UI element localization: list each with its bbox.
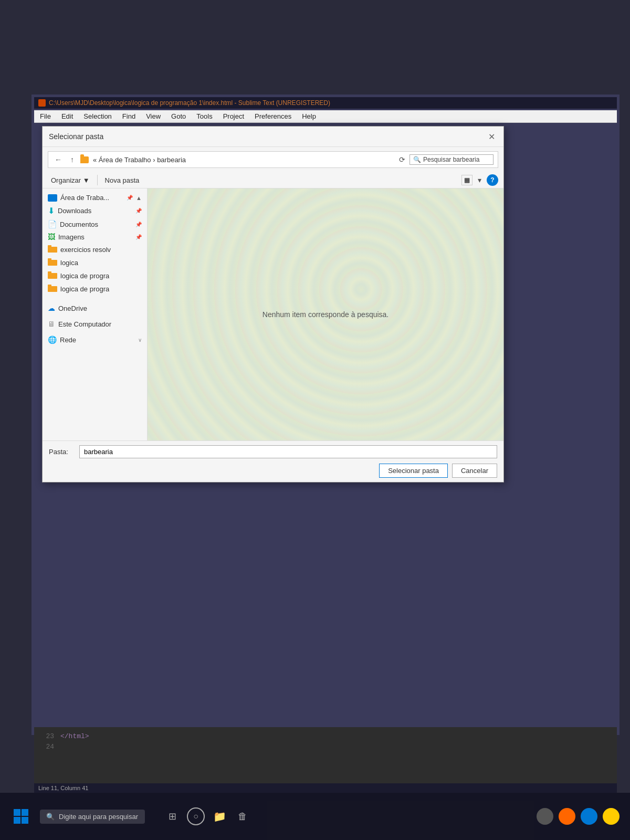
- menu-file[interactable]: File: [38, 112, 52, 121]
- file-explorer-button[interactable]: 📁: [211, 808, 228, 825]
- taskbar-circle-yellow[interactable]: [603, 808, 620, 825]
- images-icon: 🖼: [48, 233, 55, 241]
- taskbar-search[interactable]: 🔍 Digite aqui para pesquisar: [40, 810, 145, 824]
- dialog-title: Selecionar pasta: [49, 132, 103, 141]
- menu-find[interactable]: Find: [121, 112, 137, 121]
- svg-rect-2: [48, 260, 57, 266]
- sidebar-item-logica[interactable]: logica: [43, 256, 147, 269]
- back-button[interactable]: ←: [52, 154, 64, 165]
- menu-help[interactable]: Help: [300, 112, 318, 121]
- svg-rect-0: [48, 247, 57, 253]
- taskbar-circle-gray[interactable]: [537, 808, 553, 825]
- search-box: 🔍 Pesquisar barbearia: [410, 154, 494, 165]
- menu-edit[interactable]: Edit: [60, 112, 75, 121]
- sidebar-item-onedrive[interactable]: ☁ OneDrive: [43, 302, 147, 314]
- cancel-button[interactable]: Cancelar: [452, 464, 497, 478]
- folder-logica-icon: [48, 258, 57, 267]
- folder-logicaprog1-icon: [48, 271, 57, 280]
- svg-rect-4: [48, 273, 57, 279]
- task-view-button[interactable]: ⊞: [164, 808, 181, 825]
- new-folder-button[interactable]: Nova pasta: [102, 175, 143, 186]
- menu-preferences[interactable]: Preferences: [253, 112, 293, 121]
- menu-goto[interactable]: Goto: [170, 112, 187, 121]
- sort-icon: ▲: [136, 195, 142, 201]
- taskbar-icons: ⊞ ○ 📁 🗑: [164, 807, 251, 825]
- desktop-icon: [48, 194, 57, 202]
- sidebar-item-desktop[interactable]: Área de Traba... 📌 ▲: [43, 192, 147, 204]
- sidebar-item-documents[interactable]: 📄 Documentos 📌: [43, 218, 147, 230]
- menu-tools[interactable]: Tools: [195, 112, 214, 121]
- breadcrumb[interactable]: « Área de Trabalho › barbearia: [93, 156, 186, 164]
- code-line-23: </html>: [60, 731, 89, 742]
- menu-project[interactable]: Project: [222, 112, 246, 121]
- taskbar-right-area: [537, 808, 620, 825]
- taskbar-circle-orange[interactable]: [559, 808, 575, 825]
- help-button[interactable]: ?: [487, 174, 498, 186]
- pin-icon-2: 📌: [135, 208, 142, 214]
- pin-icon-4: 📌: [135, 234, 142, 240]
- sidebar-item-logica-label: logica: [60, 259, 78, 267]
- cortana-button[interactable]: ○: [187, 807, 205, 825]
- svg-rect-3: [48, 258, 51, 260]
- pin-icon: 📌: [127, 195, 133, 201]
- menu-selection[interactable]: Selection: [82, 112, 113, 121]
- code-content: </html>: [60, 731, 89, 752]
- sidebar-item-exercicios[interactable]: exercicios resolv: [43, 243, 147, 256]
- dialog-close-button[interactable]: ✕: [486, 131, 497, 142]
- svg-rect-6: [48, 286, 57, 292]
- line-number-23: 23: [38, 731, 54, 742]
- line-number-24: 24: [38, 742, 54, 752]
- sidebar-item-images-label: Imagens: [58, 233, 85, 241]
- folder-logicaprog2-icon: [48, 285, 57, 293]
- sidebar-item-logica-prog2[interactable]: logica de progra: [43, 282, 147, 296]
- pasta-input[interactable]: [79, 445, 497, 458]
- sublime-icon: [38, 99, 46, 107]
- up-button[interactable]: ↑: [68, 154, 76, 165]
- view-toggle-button[interactable]: ▦: [461, 175, 472, 185]
- refresh-button[interactable]: ⟳: [399, 155, 405, 164]
- onedrive-icon: ☁: [48, 304, 55, 312]
- window-title: C:\Users\MJD\Desktop\logica\logica de pr…: [49, 99, 330, 107]
- organize-button[interactable]: Organizar ▼: [48, 175, 93, 186]
- sidebar-item-downloads-label: Downloads: [58, 207, 91, 215]
- file-view-area: Nenhum item corresponde à pesquisa.: [148, 188, 503, 440]
- sidebar-item-documents-label: Documentos: [60, 220, 98, 228]
- sidebar-item-logica-prog1-label: logica de progra: [60, 272, 109, 280]
- sidebar-item-images[interactable]: 🖼 Imagens 📌: [43, 230, 147, 243]
- caret-down-icon: ∨: [138, 337, 142, 343]
- pasta-label: Pasta:: [49, 448, 75, 456]
- view-dropdown-button[interactable]: ▾: [476, 175, 484, 185]
- search-input[interactable]: Pesquisar barbearia: [423, 156, 479, 163]
- sidebar-item-onedrive-label: OneDrive: [58, 304, 87, 312]
- sidebar-item-network-label: Rede: [60, 336, 76, 344]
- sidebar-item-computer[interactable]: 🖥 Este Computador: [43, 318, 147, 330]
- navigation-pane: Área de Traba... 📌 ▲ ⬇ Downloads 📌 📄 Doc…: [43, 188, 148, 440]
- windows-start-button[interactable]: [10, 806, 32, 827]
- taskbar: 🔍 Digite aqui para pesquisar ⊞ ○ 📁 🗑: [0, 793, 630, 840]
- recycle-bin-button[interactable]: 🗑: [234, 808, 251, 825]
- svg-rect-7: [48, 285, 51, 287]
- folder-icon: [80, 156, 89, 163]
- sidebar-item-network[interactable]: 🌐 Rede ∨: [43, 333, 147, 346]
- windows-logo: [14, 809, 28, 824]
- sidebar-item-exercicios-label: exercicios resolv: [60, 246, 111, 254]
- sidebar-item-logica-prog1[interactable]: logica de progra: [43, 269, 147, 282]
- documents-icon: 📄: [48, 220, 57, 228]
- sidebar-item-desktop-label: Área de Traba...: [60, 194, 109, 202]
- empty-message: Nenhum item corresponde à pesquisa.: [262, 310, 388, 319]
- select-folder-button[interactable]: Selecionar pasta: [379, 464, 448, 478]
- folder-exercicios-icon: [48, 245, 57, 254]
- code-line-24: [60, 742, 89, 752]
- sidebar-item-downloads[interactable]: ⬇ Downloads 📌: [43, 204, 147, 218]
- sidebar-item-computer-label: Este Computador: [58, 320, 111, 328]
- sidebar-item-logica-prog2-label: logica de progra: [60, 285, 109, 293]
- menu-view[interactable]: View: [144, 112, 162, 121]
- taskbar-circle-blue[interactable]: [581, 808, 597, 825]
- toolbar-separator: [97, 175, 98, 185]
- status-text: Line 11, Column 41: [38, 785, 88, 791]
- search-icon: 🔍: [413, 156, 421, 163]
- svg-rect-1: [48, 245, 51, 247]
- computer-icon: 🖥: [48, 320, 55, 328]
- pin-icon-3: 📌: [135, 222, 142, 227]
- taskbar-search-text: Digite aqui para pesquisar: [59, 813, 138, 821]
